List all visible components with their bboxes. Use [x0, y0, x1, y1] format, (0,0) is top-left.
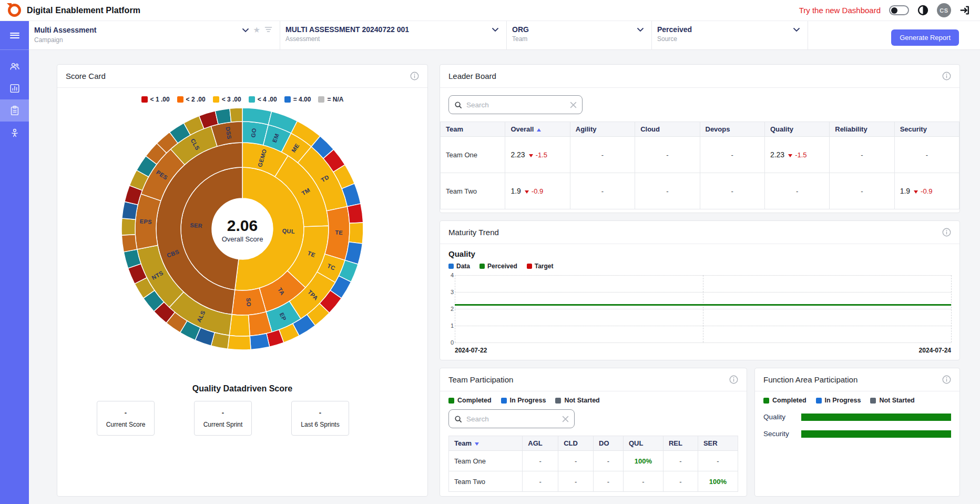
clear-icon[interactable] — [562, 416, 569, 422]
dark-mode-icon[interactable] — [917, 5, 928, 16]
legend-swatch — [448, 264, 454, 269]
column-header-devops[interactable]: Devops — [700, 122, 764, 137]
function-area-bar-row: Quality — [763, 413, 951, 421]
current-sprint-card: - Current Sprint — [194, 401, 252, 436]
leader-board-search[interactable] — [448, 95, 583, 114]
chevron-down-icon — [637, 26, 644, 34]
column-header-team[interactable]: Team — [449, 436, 523, 451]
legend-swatch — [249, 96, 255, 103]
maturity-trend-panel: Maturity Trend Quality Data Perceived Ta… — [440, 220, 960, 360]
search-input[interactable] — [466, 101, 566, 109]
top-bar: Digital Enablement Platform Try the new … — [0, 0, 980, 21]
agility-cell: - — [570, 137, 635, 173]
bar-label: Quality — [763, 413, 801, 421]
rel-cell: - — [663, 471, 698, 492]
sidebar-item-analytics[interactable] — [0, 77, 29, 99]
panel-title: Maturity Trend — [448, 228, 499, 237]
quality-cell: - — [764, 173, 829, 209]
ser-cell: - — [698, 451, 738, 471]
try-new-dashboard-link[interactable]: Try the new Dashboard — [799, 6, 881, 15]
svg-text:QUL: QUL — [282, 228, 295, 235]
sidebar-item-assessments[interactable] — [0, 99, 29, 122]
clear-icon[interactable] — [570, 102, 577, 108]
function-area-participation-panel: Function Area Participation Completed In… — [754, 368, 960, 497]
svg-text:GO: GO — [250, 128, 257, 138]
toggle-knob — [891, 7, 897, 14]
cld-cell: - — [558, 471, 594, 492]
search-icon — [454, 101, 462, 109]
cld-cell: - — [558, 451, 594, 471]
table-row: Team One - - - 100% - - — [449, 451, 738, 471]
menu-toggle-button[interactable] — [0, 21, 29, 50]
info-icon[interactable] — [410, 72, 419, 80]
user-avatar[interactable]: CS — [937, 3, 951, 17]
bar-chart-icon — [9, 83, 21, 94]
filter-bar: Multi Assessment ★ Campaign MULTI ASSESS… — [29, 21, 980, 50]
source-value: Perceived — [657, 25, 692, 34]
sidebar-item-teams[interactable] — [0, 55, 29, 77]
panel-title: Team Participation — [448, 375, 513, 384]
campaign-label: Campaign — [34, 36, 272, 44]
person-icon — [9, 127, 21, 138]
column-header-rel[interactable]: REL — [663, 436, 698, 451]
filter-icon[interactable] — [264, 26, 272, 34]
panel-title: Function Area Participation — [763, 375, 858, 384]
column-header-ser[interactable]: SER — [698, 436, 738, 451]
hamburger-icon — [10, 31, 19, 39]
trend-down-icon — [914, 190, 918, 194]
last-6-sprints-card: - Last 6 Sprints — [291, 401, 349, 436]
source-label: Source — [657, 35, 800, 43]
generate-report-button[interactable]: Generate Report — [891, 29, 959, 46]
bar-label: Security — [763, 430, 801, 438]
x-axis-start: 2024-07-22 — [455, 347, 487, 354]
trend-down-icon — [788, 154, 792, 157]
source-dropdown[interactable]: Perceived Source — [652, 21, 808, 49]
favorite-star-icon[interactable]: ★ — [253, 25, 260, 35]
logout-icon[interactable] — [959, 5, 971, 16]
column-header-agl[interactable]: AGL — [523, 436, 558, 451]
sidebar — [0, 21, 29, 504]
assessment-label: Assessment — [285, 35, 499, 43]
y-tick: 3 — [448, 289, 454, 295]
sidebar-item-profile[interactable] — [0, 122, 29, 144]
sort-asc-icon — [537, 128, 541, 132]
campaign-dropdown[interactable]: Multi Assessment ★ Campaign — [29, 21, 280, 49]
search-icon — [454, 415, 462, 423]
legend-swatch — [448, 398, 454, 404]
team-participation-search[interactable] — [448, 409, 575, 428]
svg-text:SER: SER — [190, 222, 203, 229]
new-dashboard-toggle[interactable] — [889, 5, 909, 15]
info-icon[interactable] — [942, 228, 951, 237]
current-score-card: - Current Score — [97, 401, 155, 436]
sort-desc-icon — [475, 442, 479, 446]
assessment-dropdown[interactable]: MULTI ASSESSMENT 20240722 001 Assessment — [280, 21, 507, 49]
info-icon[interactable] — [729, 375, 738, 384]
column-header-cld[interactable]: CLD — [558, 436, 594, 451]
score-card-panel: Score Card < 1 .00 < 2 .00 < 3 .00 < 4 .… — [57, 64, 428, 497]
team-value: ORG — [512, 25, 529, 34]
leader-board-table: Team Overall Agility Cloud Devops Qualit… — [440, 122, 959, 209]
datadriven-score-cards: - Current Score - Current Sprint - Last … — [97, 401, 349, 436]
column-header-qul[interactable]: QUL — [623, 436, 663, 451]
column-header-team[interactable]: Team — [441, 122, 505, 137]
legend-swatch — [177, 96, 183, 103]
column-header-security[interactable]: Security — [894, 122, 959, 137]
column-header-cloud[interactable]: Cloud — [635, 122, 700, 137]
overall-score-value: 2.06 — [222, 217, 263, 235]
legend-swatch — [479, 264, 485, 269]
qul-cell: 100% — [623, 451, 663, 471]
overall-score: 2.06 Overall Score — [222, 217, 263, 243]
info-icon[interactable] — [942, 375, 951, 384]
column-header-agility[interactable]: Agility — [570, 122, 635, 137]
team-dropdown[interactable]: ORG Team — [507, 21, 652, 49]
column-header-do[interactable]: DO — [594, 436, 624, 451]
column-header-quality[interactable]: Quality — [764, 122, 829, 137]
info-icon[interactable] — [942, 72, 951, 80]
team-participation-panel: Team Participation Completed In Progress… — [440, 368, 747, 497]
trend-down-icon — [525, 190, 529, 194]
search-input[interactable] — [466, 415, 558, 423]
column-header-overall[interactable]: Overall — [505, 122, 570, 137]
x-axis-end: 2024-07-24 — [919, 347, 951, 354]
column-header-reliability[interactable]: Reliability — [830, 122, 894, 137]
quality-cell: 2.23-1.5 — [764, 137, 829, 173]
